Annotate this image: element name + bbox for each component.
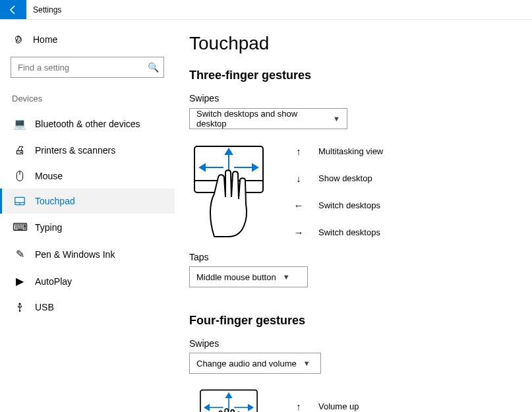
four-finger-gesture-illustration [189,386,268,412]
swipes-combo-three[interactable]: Switch desktops and show desktop ▼ [189,108,347,129]
autoplay-icon: ▶ [14,275,26,287]
taps-combo-three-value: Middle mouse button [196,272,276,282]
gear-icon [12,34,24,45]
sidebar-item-label: Mouse [35,171,63,181]
back-button[interactable] [0,0,26,19]
svg-marker-13 [252,164,258,171]
chevron-down-icon: ▼ [303,359,310,367]
sidebar-item-label: AutoPlay [35,276,72,287]
touchpad-icon [14,196,26,206]
sidebar-item-printers[interactable]: 🖨 Printers & scanners [0,137,175,163]
legend-row-up-four: ↑ Volume up [293,401,359,412]
svg-marker-20 [249,405,253,410]
sidebar-item-label: USB [35,302,54,312]
arrow-down-icon: ↓ [293,173,304,184]
sidebar-item-touchpad[interactable]: Touchpad [0,189,175,214]
legend-row-left: ← Switch desktops [293,200,383,211]
sidebar-item-label: Touchpad [35,196,75,206]
search-input[interactable] [11,57,164,78]
sidebar-item-bluetooth[interactable]: 💻 Bluetooth & other devices [0,110,175,137]
swipes-label-three: Swipes [189,93,517,103]
arrow-left-icon [8,5,18,15]
usb-icon [14,302,26,312]
sidebar-home[interactable]: Home [0,29,175,50]
legend-up-label-four: Volume up [318,401,359,411]
sidebar-item-pen[interactable]: ✎ Pen & Windows Ink [0,241,175,268]
arrow-up-icon: ↑ [293,401,304,412]
arrow-left-icon: ← [293,200,304,211]
arrow-up-icon: ↑ [293,146,304,157]
section-heading-four: Four-finger gestures [189,314,517,328]
chevron-down-icon: ▼ [283,273,290,281]
sidebar-item-label: Pen & Windows Ink [35,249,115,260]
sidebar-item-usb[interactable]: USB [0,295,175,320]
three-finger-gesture-illustration [189,141,268,243]
sidebar-item-label: Typing [35,222,62,233]
printer-icon: 🖨 [14,144,26,156]
svg-point-5 [19,310,21,312]
taps-combo-three[interactable]: Middle mouse button ▼ [189,266,308,287]
mouse-icon [14,171,26,181]
sidebar-item-mouse[interactable]: Mouse [0,163,175,189]
sidebar-group-label: Devices [0,90,175,110]
swipes-combo-three-value: Switch desktops and show desktop [196,109,326,129]
sidebar-home-label: Home [33,34,57,45]
legend-down-label: Show desktop [318,173,372,183]
legend-right-label: Switch desktops [318,227,380,237]
taps-label-three: Taps [189,252,517,262]
legend-row-up: ↑ Multitasking view [293,146,383,157]
titlebar: Settings [0,0,532,20]
window-title: Settings [26,0,61,19]
pen-icon: ✎ [14,248,26,260]
content: Touchpad Three-finger gestures Swipes Sw… [175,20,532,412]
sidebar-item-typing[interactable]: ⌨ Typing [0,214,175,241]
legend-up-label: Multitasking view [318,146,383,156]
legend-row-down: ↓ Show desktop [293,173,383,184]
svg-marker-18 [205,405,210,410]
page-title: Touchpad [189,33,517,54]
sidebar: Home 🔍 Devices 💻 Bluetooth & other devic… [0,20,175,412]
three-finger-legend: ↑ Multitasking view ↓ Show desktop ← Swi… [293,146,383,238]
swipes-label-four: Swipes [189,338,517,349]
legend-left-label: Switch desktops [318,200,380,210]
devices-icon: 💻 [14,117,26,130]
swipes-combo-four[interactable]: Change audio and volume ▼ [189,353,321,374]
svg-marker-11 [200,164,205,171]
legend-row-right: → Switch desktops [293,227,383,238]
four-finger-legend: ↑ Volume up [293,401,359,412]
chevron-down-icon: ▼ [333,115,340,123]
sidebar-item-label: Bluetooth & other devices [35,119,140,129]
svg-marker-9 [225,149,232,154]
sidebar-item-label: Printers & scanners [35,145,115,156]
section-heading-three: Three-finger gestures [189,69,517,82]
svg-marker-16 [226,394,231,398]
arrow-right-icon: → [293,227,304,238]
swipes-combo-four-value: Change audio and volume [196,359,297,368]
keyboard-icon: ⌨ [14,221,26,233]
sidebar-item-autoplay[interactable]: ▶ AutoPlay [0,268,175,295]
